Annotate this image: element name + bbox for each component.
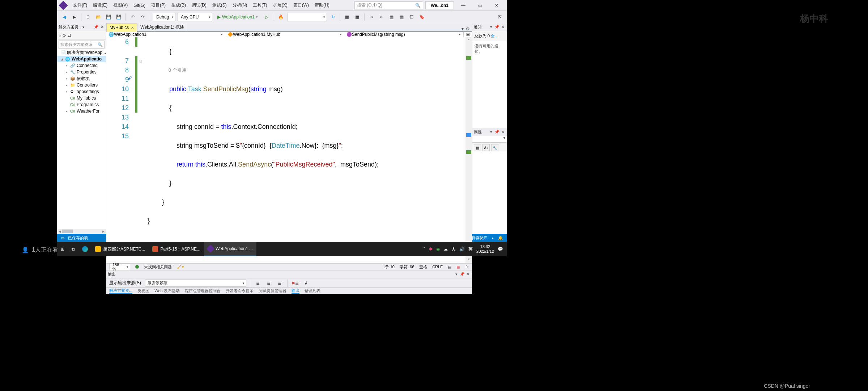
props-wrench-icon[interactable]: 🔧 <box>491 144 498 151</box>
refresh-button[interactable]: ↻ <box>329 13 337 21</box>
props-cat-icon[interactable]: ▦ <box>474 144 481 151</box>
sx-home-icon[interactable]: ⌂ <box>59 33 61 38</box>
tb-icon-d[interactable]: ⇤ <box>378 13 386 21</box>
start-nodebug-button[interactable]: ▷ <box>263 13 271 21</box>
editor-vscroll[interactable]: ▴ ▾ <box>465 37 472 263</box>
tray-notif-icon[interactable]: 💬 <box>498 247 503 252</box>
tray-ime[interactable]: 英 <box>468 246 473 252</box>
taskbar-explorer[interactable]: 第四部分ASP.NETC... <box>92 242 149 256</box>
nav-class-combo[interactable]: 🔶 WebApplication1.MyHub <box>225 32 344 37</box>
menu-file[interactable]: 文件(F) <box>71 1 89 10</box>
browser-combo[interactable] <box>287 13 327 21</box>
out-icon-c[interactable]: ≣ <box>276 279 284 287</box>
btab-devcmd[interactable]: 开发者命令提示 <box>226 288 254 294</box>
insert-mode[interactable]: 空格 <box>419 264 427 270</box>
tb-icon-b[interactable]: ▦ <box>353 13 361 21</box>
tray-vol-icon[interactable]: 🔊 <box>459 247 465 252</box>
nav-back-button[interactable]: ◀ <box>60 13 68 21</box>
live-share-button[interactable]: ⇱ <box>496 13 504 21</box>
pin-icon[interactable]: 📌 <box>94 25 99 29</box>
menu-view[interactable]: 视图(V) <box>111 1 130 10</box>
redo-button[interactable]: ↷ <box>139 13 147 21</box>
menu-build[interactable]: 生成(B) <box>169 1 188 10</box>
chevron-down-icon[interactable]: ▾ <box>454 272 459 277</box>
tab-overview[interactable]: WebApplication1: 概述 <box>137 23 187 31</box>
output-source-combo[interactable]: 服务依赖项 <box>145 279 246 287</box>
start-debug-button[interactable]: ▶WebApplication1▾ <box>214 14 261 20</box>
st-icon-a[interactable]: ▤ <box>448 265 451 269</box>
pin-icon[interactable]: 📌 <box>460 272 465 277</box>
tb-icon-h[interactable]: 🔖 <box>418 13 426 21</box>
st-icon-c[interactable]: 🏳 <box>465 265 469 269</box>
zoom-combo[interactable]: 158 % <box>109 264 130 270</box>
bell-icon[interactable]: 🔔 <box>498 236 503 240</box>
out-wrap-icon[interactable]: ↲ <box>302 279 310 287</box>
eol-label[interactable]: CRLF <box>432 265 443 269</box>
menu-window[interactable]: 窗口(W) <box>291 1 311 10</box>
system-tray[interactable]: ˄ ✱ ◉ ☁ 🖧 🔊 英 13:322022/1/12 💬 <box>420 244 507 254</box>
btab-pkgmgr[interactable]: 程序包管理器控制台 <box>185 288 221 294</box>
menu-tools[interactable]: 工具(T) <box>251 1 269 10</box>
line-label[interactable]: 行: 10 <box>384 264 395 270</box>
menu-analyze[interactable]: 分析(N) <box>230 1 250 10</box>
char-label[interactable]: 字符: 66 <box>400 264 414 270</box>
config-combo[interactable]: Debug <box>153 13 175 21</box>
close-icon[interactable]: ✕ <box>500 130 505 134</box>
nav-split-button[interactable]: ⊞ <box>463 32 472 37</box>
maximize-button[interactable]: ▭ <box>473 1 487 10</box>
tab-myhub[interactable]: MyHub.cs✕ <box>106 23 137 32</box>
menu-help[interactable]: 帮助(H) <box>312 1 332 10</box>
tab-options-icon[interactable]: ▾ <box>461 26 464 31</box>
menu-edit[interactable]: 编辑(E) <box>91 1 110 10</box>
btab-webpub[interactable]: Web 发布活动 <box>154 288 179 294</box>
tb-icon-e[interactable]: ▤ <box>388 13 396 21</box>
menu-extensions[interactable]: 扩展(X) <box>271 1 290 10</box>
save-button[interactable]: 💾 <box>105 13 112 21</box>
tb-icon-f[interactable]: ▤ <box>398 13 406 21</box>
props-combo[interactable]: ▾ <box>472 136 507 143</box>
issues-label[interactable]: 未找到相关问题 <box>144 264 172 270</box>
hot-reload-button[interactable]: 🔥 <box>277 13 285 21</box>
menu-git[interactable]: Git(G) <box>131 1 148 9</box>
close-icon[interactable]: ✕ <box>99 25 105 29</box>
tray-chevron-icon[interactable]: ˄ <box>423 247 425 252</box>
chevron-down-icon[interactable]: ▾ <box>489 25 494 29</box>
tray-icon-a[interactable]: ✱ <box>429 247 433 252</box>
btab-errorlist[interactable]: 错误列表 <box>305 288 320 294</box>
minimize-button[interactable]: — <box>456 1 471 10</box>
menu-project[interactable]: 项目(P) <box>149 1 168 10</box>
open-button[interactable]: 📂 <box>94 13 102 21</box>
solution-tree[interactable]: 📄解决方案"WebApp... ◢🌐WebApplicatio ▸🔗Connec… <box>57 49 106 229</box>
tray-icon-b[interactable]: ◉ <box>436 247 440 252</box>
solution-explorer-header[interactable]: 解决方案资...▾ 📌✕ <box>57 23 106 31</box>
close-button[interactable]: ✕ <box>489 1 504 10</box>
props-az-icon[interactable]: A↓ <box>482 144 490 151</box>
sx-switch-icon[interactable]: ⇄ <box>68 33 71 38</box>
chevron-down-icon[interactable]: ▾ <box>489 130 494 134</box>
tb-icon-a[interactable]: ▦ <box>343 13 351 21</box>
out-clear-icon[interactable]: ✖≣ <box>291 279 299 287</box>
solution-name-label[interactable]: We...on1 <box>425 1 454 9</box>
properties-header[interactable]: 属性 ▾📌✕ <box>472 128 507 136</box>
quick-action-icon[interactable]: 🖌 <box>127 75 132 81</box>
global-search-input[interactable]: 搜索 (Ctrl+Q) 🔍 <box>354 1 423 9</box>
undo-button[interactable]: ↶ <box>129 13 137 21</box>
close-icon[interactable]: ✕ <box>465 272 471 277</box>
code-content[interactable]: { 0 个引用 public Task SendPublicMsg(string… <box>144 37 465 263</box>
pin-icon[interactable]: 📌 <box>494 25 499 29</box>
sx-search-input[interactable]: 搜索解决方案资源🔍 <box>59 41 105 49</box>
menu-debug[interactable]: 调试(D) <box>190 1 209 10</box>
tray-net-icon[interactable]: 🖧 <box>451 247 456 252</box>
tray-clock[interactable]: 13:322022/1/12 <box>476 244 494 254</box>
nav-member-combo[interactable]: 🟣 SendPublicMsg(string msg) <box>344 32 463 37</box>
sx-hscroll[interactable]: ◂▸ <box>57 229 106 234</box>
task-view-button[interactable]: ⧉ <box>68 242 78 256</box>
code-editor[interactable]: 6 7 8 9 10 11 12 13 14 15 🖌 ⊟ <box>106 37 472 263</box>
tray-cloud-icon[interactable]: ☁ <box>443 247 448 252</box>
sx-sync-icon[interactable]: ⟳ <box>63 33 66 38</box>
platform-combo[interactable]: Any CPU <box>178 13 212 21</box>
close-icon[interactable]: ✕ <box>500 25 505 29</box>
menu-test[interactable]: 测试(S) <box>210 1 229 10</box>
btab-classview[interactable]: 类视图 <box>137 288 149 294</box>
nav-fwd-button[interactable]: ▶ <box>70 13 78 21</box>
